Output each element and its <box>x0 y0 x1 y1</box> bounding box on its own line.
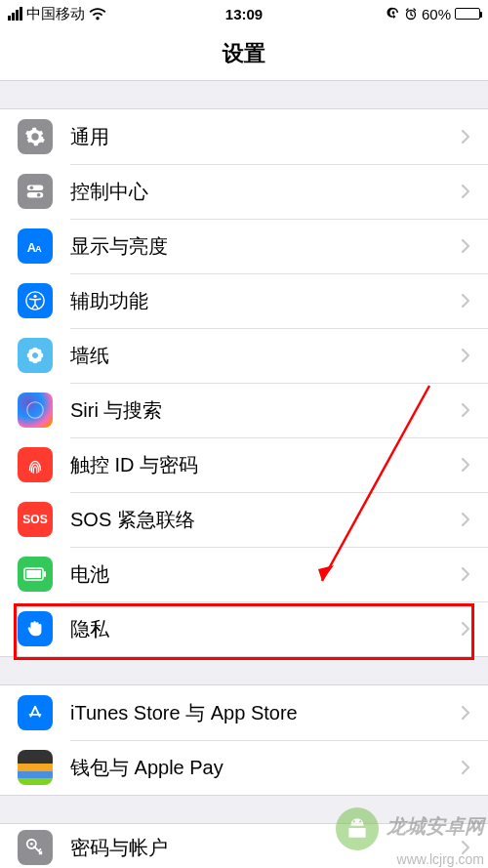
row-wallet[interactable]: 钱包与 Apple Pay <box>0 740 488 795</box>
chevron-right-icon <box>461 621 470 637</box>
row-label: 辅助功能 <box>70 288 461 314</box>
signal-icon <box>8 7 22 21</box>
settings-group-2: iTunes Store 与 App Store 钱包与 Apple Pay <box>0 684 488 796</box>
svg-point-5 <box>37 193 41 197</box>
row-label: 通用 <box>70 124 461 150</box>
row-label: 控制中心 <box>70 179 461 205</box>
chevron-right-icon <box>461 402 470 418</box>
chevron-right-icon <box>461 760 470 775</box>
row-label: 电池 <box>70 561 461 588</box>
chevron-right-icon <box>461 348 470 363</box>
svg-rect-22 <box>44 571 46 577</box>
svg-rect-4 <box>27 192 44 198</box>
battery-icon <box>455 8 480 20</box>
row-label: SOS 紧急联络 <box>70 507 461 533</box>
gear-icon <box>18 119 53 154</box>
battery-percent: 60% <box>422 6 451 22</box>
row-sos[interactable]: SOS SOS 紧急联络 <box>0 492 488 547</box>
svg-point-24 <box>30 843 33 846</box>
row-siri[interactable]: Siri 与搜索 <box>0 383 488 437</box>
svg-point-3 <box>30 186 34 190</box>
appstore-icon <box>18 695 53 730</box>
wallet-icon <box>18 750 53 785</box>
row-accessibility[interactable]: 辅助功能 <box>0 273 488 328</box>
alarm-icon <box>404 7 418 21</box>
row-label: 墙纸 <box>70 343 461 369</box>
orientation-lock-icon <box>386 7 400 21</box>
settings-group-1: 通用 控制中心 AA 显示与亮度 辅助功能 <box>0 108 488 657</box>
row-battery[interactable]: 电池 <box>0 547 488 601</box>
battery-row-icon <box>18 557 53 592</box>
row-display[interactable]: AA 显示与亮度 <box>0 219 488 273</box>
row-label: 显示与亮度 <box>70 233 461 260</box>
key-icon <box>18 830 53 865</box>
row-label: iTunes Store 与 App Store <box>70 700 461 726</box>
hand-icon <box>18 611 53 646</box>
status-bar: 中国移动 13:09 60% <box>0 0 488 27</box>
row-label: 钱包与 Apple Pay <box>70 755 461 781</box>
chevron-right-icon <box>461 705 470 721</box>
chevron-right-icon <box>461 238 470 254</box>
chevron-right-icon <box>461 457 470 473</box>
row-label: 隐私 <box>70 616 461 642</box>
chevron-right-icon <box>461 293 470 309</box>
text-size-icon: AA <box>18 228 53 264</box>
row-itunes[interactable]: iTunes Store 与 App Store <box>0 685 488 740</box>
flower-icon <box>18 338 53 373</box>
carrier-label: 中国移动 <box>26 5 85 23</box>
status-time: 13:09 <box>165 6 322 22</box>
settings-group-3: 密码与帐户 <box>0 823 488 868</box>
row-general[interactable]: 通用 <box>0 109 488 164</box>
sos-icon: SOS <box>18 502 53 537</box>
page-title: 设置 <box>223 39 265 68</box>
accessibility-icon <box>18 283 53 318</box>
toggle-icon <box>18 174 53 209</box>
chevron-right-icon <box>461 840 470 855</box>
row-label: Siri 与搜索 <box>70 397 461 424</box>
chevron-right-icon <box>461 566 470 582</box>
chevron-right-icon <box>461 129 470 145</box>
siri-icon <box>18 393 53 428</box>
row-passwords[interactable]: 密码与帐户 <box>0 824 488 868</box>
row-label: 触控 ID 与密码 <box>70 452 461 478</box>
svg-point-19 <box>27 402 44 419</box>
row-wallpaper[interactable]: 墙纸 <box>0 328 488 383</box>
svg-text:A: A <box>35 244 42 254</box>
chevron-right-icon <box>461 184 470 199</box>
svg-point-9 <box>33 295 36 298</box>
fingerprint-icon <box>18 447 53 482</box>
svg-rect-0 <box>392 12 394 15</box>
chevron-right-icon <box>461 512 470 527</box>
svg-rect-2 <box>27 186 44 191</box>
wifi-icon <box>89 8 106 21</box>
svg-point-18 <box>32 352 38 358</box>
svg-rect-21 <box>26 570 41 578</box>
row-privacy[interactable]: 隐私 <box>0 601 488 656</box>
row-touchid[interactable]: 触控 ID 与密码 <box>0 437 488 492</box>
row-label: 密码与帐户 <box>70 835 461 861</box>
page-title-bar: 设置 <box>0 27 488 81</box>
row-control-center[interactable]: 控制中心 <box>0 164 488 219</box>
